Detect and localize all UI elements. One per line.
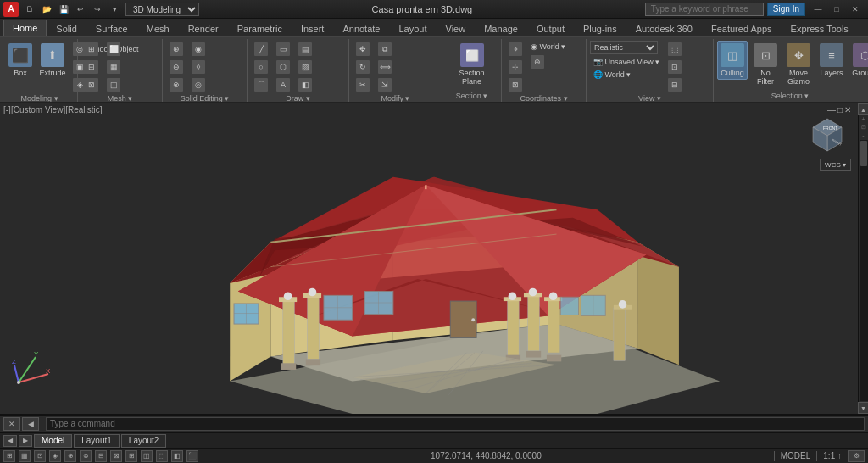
ortho-icon[interactable]: ⊡ bbox=[34, 450, 46, 462]
tab-mesh[interactable]: Mesh bbox=[137, 20, 179, 36]
unsaved-view-button[interactable]: 📷 Unsaved View ▾ bbox=[590, 56, 663, 68]
tab-layout[interactable]: Layout bbox=[389, 20, 436, 36]
ducs-icon[interactable]: ⊟ bbox=[95, 450, 107, 462]
qa-new[interactable]: 🗋 bbox=[22, 3, 37, 16]
close-button[interactable]: ✕ bbox=[846, 0, 865, 19]
coord-btn-5[interactable]: ⊕ bbox=[527, 53, 569, 70]
view-extra-3[interactable]: ⊟ bbox=[665, 76, 685, 93]
qa-redo[interactable]: ↪ bbox=[90, 3, 105, 16]
coord-btn-1[interactable]: ⌖ bbox=[505, 41, 526, 58]
model-tab[interactable]: Model bbox=[34, 434, 72, 448]
view-extra-2[interactable]: ⊡ bbox=[665, 59, 685, 75]
tab-insert[interactable]: Insert bbox=[292, 20, 334, 36]
draw-region[interactable]: ◧ bbox=[295, 76, 315, 93]
tab-view[interactable]: View bbox=[437, 20, 476, 36]
zoom-btn[interactable]: ⊡ bbox=[860, 123, 867, 131]
layout2-tab[interactable]: Layout2 bbox=[121, 434, 167, 448]
otrack-icon[interactable]: ⊗ bbox=[80, 450, 92, 462]
sign-in-button[interactable]: Sign In bbox=[767, 3, 805, 16]
world-view-button[interactable]: 🌐 World ▾ bbox=[590, 69, 663, 81]
selection-group-label[interactable]: Selection ▾ bbox=[717, 91, 863, 102]
modify-mirror[interactable]: ⟺ bbox=[375, 59, 395, 75]
modify-copy[interactable]: ⧉ bbox=[375, 41, 395, 58]
next-layout-btn[interactable]: ▶ bbox=[19, 435, 32, 447]
modify-group-label[interactable]: Modify ▾ bbox=[353, 93, 438, 103]
viewport[interactable]: [-][Custom View][Realistic] — □ ✕ bbox=[0, 103, 868, 414]
scroll-up-btn[interactable]: ▲ bbox=[858, 103, 869, 115]
coord-dropdown-world[interactable]: ◉ World ▾ bbox=[527, 41, 569, 53]
solid-editing-group-label[interactable]: Solid Editing ▾ bbox=[166, 93, 243, 103]
tab-home[interactable]: Home bbox=[3, 20, 47, 36]
viewport-minimize[interactable]: — bbox=[827, 105, 836, 114]
tab-featured-apps[interactable]: Featured Apps bbox=[702, 20, 782, 36]
draw-line[interactable]: ╱ bbox=[251, 41, 271, 58]
move-gizmo-button[interactable]: ✥ Move Gizmo bbox=[783, 41, 814, 88]
layout1-tab[interactable]: Layout1 bbox=[74, 434, 120, 448]
mesh-btn-3[interactable]: ⊠ bbox=[81, 76, 102, 93]
tab-annotate[interactable]: Annotate bbox=[333, 20, 389, 36]
workspace-selector[interactable]: 3D Modeling bbox=[125, 3, 199, 16]
tab-render[interactable]: Render bbox=[179, 20, 228, 36]
draw-hatch[interactable]: ▤ bbox=[295, 41, 315, 58]
zoom-out-btn[interactable]: - bbox=[861, 131, 865, 139]
no-filter-button[interactable]: ⊡ No Filter bbox=[750, 41, 781, 88]
solid-btn-3[interactable]: ⊗ bbox=[166, 76, 186, 93]
tab-solid[interactable]: Solid bbox=[47, 20, 86, 36]
groups-button[interactable]: ⬡ Groups bbox=[849, 41, 868, 80]
command-cancel-btn[interactable]: ✕ bbox=[3, 417, 20, 431]
qa-save[interactable]: 💾 bbox=[56, 3, 71, 16]
minimize-button[interactable]: — bbox=[809, 0, 827, 19]
draw-poly[interactable]: ⬡ bbox=[273, 59, 293, 75]
draw-circle[interactable]: ○ bbox=[251, 59, 271, 75]
scale-status[interactable]: 1:1 ↑ bbox=[821, 451, 844, 460]
qa-undo[interactable]: ↩ bbox=[73, 3, 88, 16]
solid-btn-4[interactable]: ◉ bbox=[188, 41, 209, 58]
osnap-icon[interactable]: ⊕ bbox=[64, 450, 76, 462]
section-group-label[interactable]: Section ▾ bbox=[446, 91, 498, 102]
mesh-btn-1[interactable]: ⊞ bbox=[81, 41, 102, 58]
viewport-maximize[interactable]: □ bbox=[837, 105, 843, 114]
draw-rect[interactable]: ▭ bbox=[273, 41, 293, 58]
extrude-button[interactable]: ⬆ Extrude bbox=[37, 41, 68, 93]
mesh-group-label[interactable]: Mesh ▾ bbox=[81, 93, 159, 103]
search-input[interactable] bbox=[645, 3, 764, 16]
modeling-group-label[interactable]: Modeling ▾ bbox=[5, 93, 74, 103]
prev-layout-btn[interactable]: ◀ bbox=[3, 435, 17, 447]
qa-more[interactable]: ▾ bbox=[107, 3, 122, 16]
polar-icon[interactable]: ◈ bbox=[49, 450, 61, 462]
solid-btn-2[interactable]: ⊖ bbox=[166, 59, 186, 75]
modify-scale[interactable]: ⇲ bbox=[375, 76, 395, 93]
tab-express-tools[interactable]: Express Tools bbox=[782, 20, 858, 36]
viewport-close[interactable]: ✕ bbox=[844, 105, 851, 114]
custom-settings-btn[interactable]: ⚙ bbox=[848, 450, 865, 462]
solid-btn-1[interactable]: ⊕ bbox=[166, 41, 186, 58]
maximize-button[interactable]: □ bbox=[827, 0, 846, 19]
section-plane-button[interactable]: ⬜ Section Plane bbox=[446, 41, 498, 91]
3d-osnap-icon[interactable]: ◧ bbox=[171, 450, 183, 462]
model-status[interactable]: MODEL bbox=[778, 451, 814, 460]
mesh-btn-4[interactable]: ⬜ bbox=[103, 41, 124, 58]
view-extra-1[interactable]: ⬚ bbox=[665, 41, 685, 58]
qa-open[interactable]: 📂 bbox=[39, 3, 54, 16]
gizmo-icon[interactable]: ⬛ bbox=[186, 450, 198, 462]
zoom-in-btn[interactable]: + bbox=[860, 115, 865, 123]
scroll-down-btn[interactable]: ▼ bbox=[858, 402, 869, 414]
draw-gradient[interactable]: ▨ bbox=[295, 59, 315, 75]
modify-rotate[interactable]: ↻ bbox=[353, 59, 373, 75]
modify-move[interactable]: ✥ bbox=[353, 41, 373, 58]
coord-btn-2[interactable]: ⊹ bbox=[505, 59, 526, 75]
tab-surface[interactable]: Surface bbox=[86, 20, 137, 36]
sel-cycling-icon[interactable]: ⬚ bbox=[156, 450, 168, 462]
coordinates-group-label[interactable]: Coordinates ▾ bbox=[505, 93, 582, 103]
command-input[interactable] bbox=[46, 417, 865, 431]
view-group-label[interactable]: View ▾ bbox=[590, 93, 709, 103]
visual-style-dropdown[interactable]: Realistic Wireframe Shaded bbox=[590, 41, 658, 54]
draw-group-label[interactable]: Draw ▾ bbox=[251, 93, 345, 103]
solid-btn-6[interactable]: ◎ bbox=[188, 76, 209, 93]
culling-button[interactable]: ◫ Culling bbox=[717, 41, 748, 80]
model-space-icon[interactable]: ⊞ bbox=[3, 450, 15, 462]
layers-button[interactable]: ≡ Layers bbox=[816, 41, 847, 80]
tab-autodesk360[interactable]: Autodesk 360 bbox=[626, 20, 702, 36]
transparency-icon[interactable]: ◫ bbox=[141, 450, 153, 462]
tab-parametric[interactable]: Parametric bbox=[228, 20, 292, 36]
